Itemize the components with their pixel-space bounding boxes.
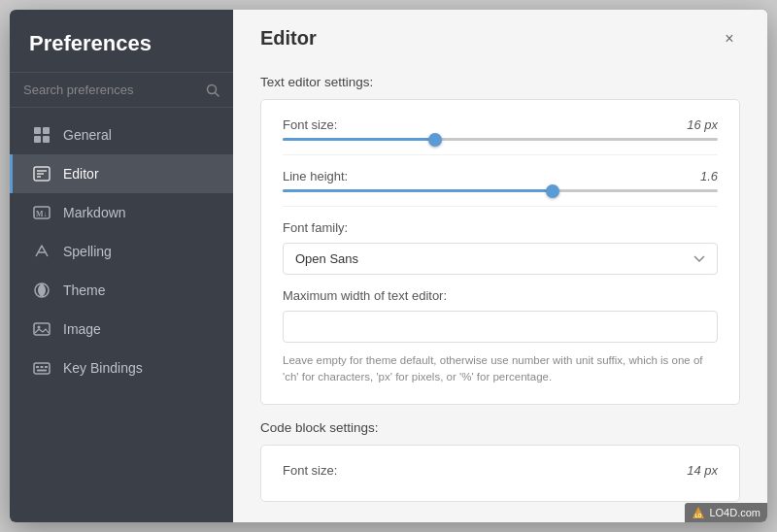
font-size-row: Font size: 16 px	[283, 117, 718, 132]
svg-rect-16	[34, 363, 50, 374]
search-input[interactable]	[23, 83, 198, 97]
text-editor-section-title: Text editor settings:	[260, 75, 740, 89]
keybindings-label: Key Bindings	[63, 360, 143, 376]
sidebar-item-markdown[interactable]: M↓ Markdown	[10, 193, 233, 232]
sidebar-title: Preferences	[10, 10, 233, 73]
theme-label: Theme	[63, 283, 106, 298]
code-font-size-row: Font size: 14 px	[283, 463, 718, 478]
keybindings-icon	[32, 358, 51, 378]
sidebar-search-container[interactable]	[10, 73, 233, 108]
main-header: Editor ×	[233, 10, 767, 59]
markdown-icon: M↓	[32, 203, 51, 222]
line-height-slider-track	[283, 189, 718, 192]
sidebar-item-keybindings[interactable]: Key Bindings	[10, 349, 233, 387]
sidebar-item-spelling[interactable]: Spelling	[10, 232, 233, 271]
svg-rect-19	[45, 366, 48, 368]
page-title: Editor	[260, 27, 317, 50]
svg-text:M↓: M↓	[36, 210, 48, 218]
font-size-value: 16 px	[687, 117, 718, 132]
sidebar-item-image[interactable]: Image	[10, 310, 233, 349]
sidebar-item-general[interactable]: General	[10, 116, 233, 154]
font-size-slider-container[interactable]	[283, 138, 718, 141]
watermark: LO LO4D.com	[685, 503, 767, 522]
svg-line-1	[216, 92, 220, 96]
svg-rect-4	[34, 136, 41, 143]
svg-rect-2	[34, 127, 41, 134]
sidebar: Preferences General	[10, 10, 233, 522]
watermark-icon: LO	[692, 506, 705, 519]
divider-1	[283, 154, 718, 155]
svg-rect-18	[41, 366, 44, 368]
sidebar-nav: General Editor M↓ Markdown	[10, 108, 233, 522]
close-button[interactable]: ×	[719, 28, 740, 50]
max-width-label: Maximum width of text editor:	[283, 288, 718, 303]
font-size-slider-track	[283, 138, 718, 141]
svg-rect-5	[43, 136, 50, 143]
svg-rect-20	[37, 370, 47, 372]
theme-icon	[32, 281, 51, 300]
spelling-label: Spelling	[63, 244, 112, 259]
image-icon	[32, 319, 51, 339]
code-block-section-title: Code block settings:	[260, 420, 740, 435]
svg-rect-3	[43, 127, 50, 134]
preferences-window: Preferences General	[10, 10, 767, 522]
line-height-slider-thumb[interactable]	[546, 184, 559, 198]
line-height-label: Line height:	[283, 169, 348, 183]
spelling-icon	[32, 242, 51, 261]
line-height-row: Line height: 1.6	[283, 169, 718, 183]
editor-label: Editor	[63, 166, 99, 182]
text-editor-card: Font size: 16 px Line height: 1.6	[260, 99, 740, 405]
markdown-label: Markdown	[63, 205, 126, 220]
watermark-text: LO4D.com	[709, 507, 760, 518]
edit-icon	[32, 164, 51, 183]
line-height-value: 1.6	[700, 169, 718, 183]
max-width-helper: Leave empty for theme default, otherwise…	[283, 352, 718, 386]
divider-2	[283, 206, 718, 207]
code-font-size-value: 14 px	[687, 463, 718, 478]
svg-text:LO: LO	[695, 513, 702, 518]
main-panel: Editor × Text editor settings: Font size…	[233, 10, 767, 522]
sidebar-item-theme[interactable]: Theme	[10, 271, 233, 310]
font-family-row: Font family: Open Sans Arial Georgia Cou…	[283, 220, 718, 275]
max-width-input[interactable]	[283, 311, 718, 343]
svg-rect-17	[36, 366, 39, 368]
svg-point-15	[38, 326, 41, 329]
font-family-select[interactable]: Open Sans Arial Georgia Courier New Robo…	[283, 243, 718, 275]
code-block-card: Font size: 14 px	[260, 445, 740, 502]
main-content: Text editor settings: Font size: 16 px L	[233, 59, 767, 522]
font-size-slider-fill	[283, 138, 435, 141]
code-font-size-label: Font size:	[283, 463, 337, 478]
grid-icon	[32, 125, 51, 145]
max-width-row: Maximum width of text editor: Leave empt…	[283, 288, 718, 386]
image-label: Image	[63, 321, 101, 337]
font-size-label: Font size:	[283, 117, 337, 132]
svg-rect-14	[34, 323, 50, 335]
font-family-label: Font family:	[283, 220, 718, 235]
line-height-slider-fill	[283, 189, 553, 192]
font-size-slider-thumb[interactable]	[428, 133, 442, 147]
general-label: General	[63, 127, 112, 143]
search-icon	[206, 83, 220, 97]
line-height-slider-container[interactable]	[283, 189, 718, 192]
sidebar-item-editor[interactable]: Editor	[10, 154, 233, 193]
